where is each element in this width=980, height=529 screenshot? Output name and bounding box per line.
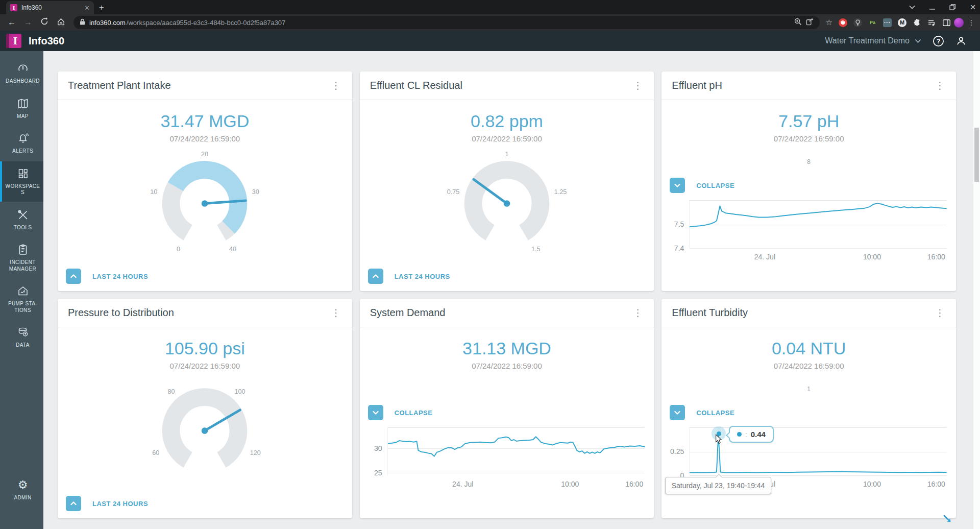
forward-button[interactable]: → <box>21 18 35 27</box>
sidebar-item-tools[interactable]: TOOLS <box>0 203 43 237</box>
playlist-extension-icon[interactable] <box>927 18 936 27</box>
zoom-page-icon[interactable] <box>794 18 802 28</box>
plot-area[interactable]: : 0.44 Saturday, Jul 23, 19:40-19:44 24.… <box>689 427 947 475</box>
card-header: Effluent CL Residual ⋮ <box>360 71 654 100</box>
expander-label: LAST 24 HOURS <box>92 273 148 280</box>
resize-handle-icon[interactable] <box>942 514 952 526</box>
tooltip-date-text: Saturday, Jul 23, 19:40-19:44 <box>672 482 765 490</box>
card-menu-icon[interactable]: ⋮ <box>329 308 343 318</box>
y-axis-labels: 7.5 7.4 <box>662 200 689 248</box>
card-pressure-to-distribution: Pressure to Distribution ⋮ 105.90 psi 07… <box>58 299 352 518</box>
help-button[interactable]: ? <box>933 35 944 47</box>
sidebar-item-admin[interactable]: ⚙ ADMIN <box>0 473 43 507</box>
x-tick-label: 10:00 <box>561 480 579 488</box>
clipboard-icon <box>16 243 30 256</box>
back-button[interactable]: ← <box>5 18 18 27</box>
window-close-button[interactable]: ✕ <box>970 3 976 11</box>
workspace-selector[interactable]: Water Treatment Demo <box>825 36 921 45</box>
bookmark-star-icon[interactable]: ☆ <box>826 18 832 27</box>
card-title: Treatment Plant Intake <box>68 80 171 91</box>
card-menu-icon[interactable]: ⋮ <box>933 81 947 90</box>
window-minimize-button[interactable] <box>929 5 935 10</box>
svg-text:40: 40 <box>229 246 236 253</box>
home-button[interactable] <box>54 17 67 28</box>
collapse-control[interactable]: COLLAPSE <box>670 178 956 193</box>
chevron-down-icon <box>915 39 921 43</box>
browser-tab[interactable]: I Info360 ✕ <box>6 1 94 14</box>
chevron-up-button[interactable] <box>368 269 383 284</box>
card-menu-icon[interactable]: ⋮ <box>933 308 947 318</box>
adblock-extension-icon[interactable] <box>839 18 847 27</box>
browser-menu-icon[interactable]: ⋮ <box>968 18 975 27</box>
tools-icon <box>16 208 30 222</box>
expand-last-24-hours[interactable]: LAST 24 HOURS <box>66 496 148 511</box>
chevron-up-button[interactable] <box>66 269 81 284</box>
collapse-control[interactable]: COLLAPSE <box>368 405 654 420</box>
sidebar-item-alerts[interactable]: ALERTS <box>0 126 43 160</box>
user-account-button[interactable] <box>955 35 967 46</box>
svg-text:1: 1 <box>505 151 508 158</box>
pa-extension-icon[interactable]: Pa <box>868 18 877 27</box>
collapse-control[interactable]: COLLAPSE <box>670 405 956 420</box>
card-title: System Demand <box>370 307 446 319</box>
card-effluent-cl-residual: Effluent CL Residual ⋮ 0.82 ppm 07/24/20… <box>360 71 654 291</box>
sidebar-item-map[interactable]: MAP <box>0 91 43 126</box>
sidebar-item-data[interactable]: DATA <box>0 320 43 354</box>
metric-timestamp: 07/24/2022 16:59:00 <box>360 362 654 370</box>
side-panel-icon[interactable] <box>942 18 951 27</box>
card-menu-icon[interactable]: ⋮ <box>631 308 645 318</box>
metric-timestamp: 07/24/2022 16:59:00 <box>58 362 352 370</box>
date-tooltip: Saturday, Jul 23, 19:40-19:44 <box>665 477 772 494</box>
x-tick-label: 16:00 <box>927 480 945 488</box>
metric-value: 0.04 NTU <box>662 339 956 358</box>
browser-profile-avatar[interactable] <box>954 18 964 28</box>
svg-text:30: 30 <box>252 188 259 196</box>
scrollbar-thumb[interactable] <box>974 128 979 182</box>
page-scrollbar[interactable] <box>973 51 980 529</box>
demand-line-chart: 30 25 24. Jul 10:00 16:00 <box>360 427 645 475</box>
expand-last-24-hours[interactable]: LAST 24 HOURS <box>368 269 450 284</box>
tab-close-icon[interactable]: ✕ <box>84 4 90 12</box>
lightbulb-extension-icon[interactable] <box>853 18 862 27</box>
card-menu-icon[interactable]: ⋮ <box>631 81 645 90</box>
collapse-label: COLLAPSE <box>696 182 734 189</box>
mouse-cursor-icon <box>715 434 723 446</box>
card-menu-icon[interactable]: ⋮ <box>329 81 343 90</box>
expand-last-24-hours[interactable]: LAST 24 HOURS <box>66 269 148 284</box>
expander-label: LAST 24 HOURS <box>395 273 450 280</box>
card-title: Effluent CL Residual <box>370 80 462 91</box>
chevron-down-button[interactable] <box>368 405 383 420</box>
chevron-up-button[interactable] <box>66 496 81 511</box>
window-restore-button[interactable] <box>949 4 955 10</box>
svg-text:0: 0 <box>177 246 180 253</box>
reload-button[interactable] <box>38 17 51 28</box>
url-host: info360.com <box>89 19 126 27</box>
dots-extension-icon[interactable]: ··· <box>883 18 892 27</box>
sidebar-item-label: MAP <box>17 113 29 120</box>
sidebar-item-workspaces[interactable]: WORKSPACES <box>0 161 43 202</box>
chevron-down-button[interactable] <box>670 405 685 420</box>
url-bar[interactable]: info360.com/workspace/aaca955d-e3c3-484b… <box>74 16 820 29</box>
workspace-selector-label: Water Treatment Demo <box>825 36 910 45</box>
x-tick-label: 10:00 <box>863 253 881 261</box>
svg-text:10: 10 <box>151 188 158 196</box>
plot-area[interactable]: 24. Jul 10:00 16:00 <box>387 427 645 475</box>
collapse-label: COLLAPSE <box>395 409 433 417</box>
info360-logo-icon: I <box>6 34 21 48</box>
gauge-chart: 010203040 <box>140 145 269 262</box>
puzzle-extensions-icon[interactable] <box>913 18 921 27</box>
tab-search-chevron-icon[interactable] <box>909 5 915 9</box>
share-icon[interactable] <box>806 18 814 28</box>
svg-text:20: 20 <box>201 151 208 158</box>
sidebar-item-incident-manager[interactable]: INCIDENT MANAGER <box>0 237 43 278</box>
card-title: Effluent pH <box>672 80 722 91</box>
metric-value: 31.47 MGD <box>58 111 352 131</box>
sidebar-item-dashboard[interactable]: DASHBOARD <box>0 56 43 90</box>
x-tick-label: 16:00 <box>927 253 945 261</box>
new-tab-button[interactable]: + <box>99 3 104 14</box>
chevron-down-button[interactable] <box>670 178 685 193</box>
sidebar-item-pump-stations[interactable]: PUMP STA-TIONS <box>0 279 43 319</box>
card-treatment-plant-intake: Treatment Plant Intake ⋮ 31.47 MGD 07/24… <box>58 71 352 291</box>
m-extension-icon[interactable]: M <box>898 18 906 27</box>
plot-area[interactable]: 24. Jul 10:00 16:00 <box>689 200 947 248</box>
